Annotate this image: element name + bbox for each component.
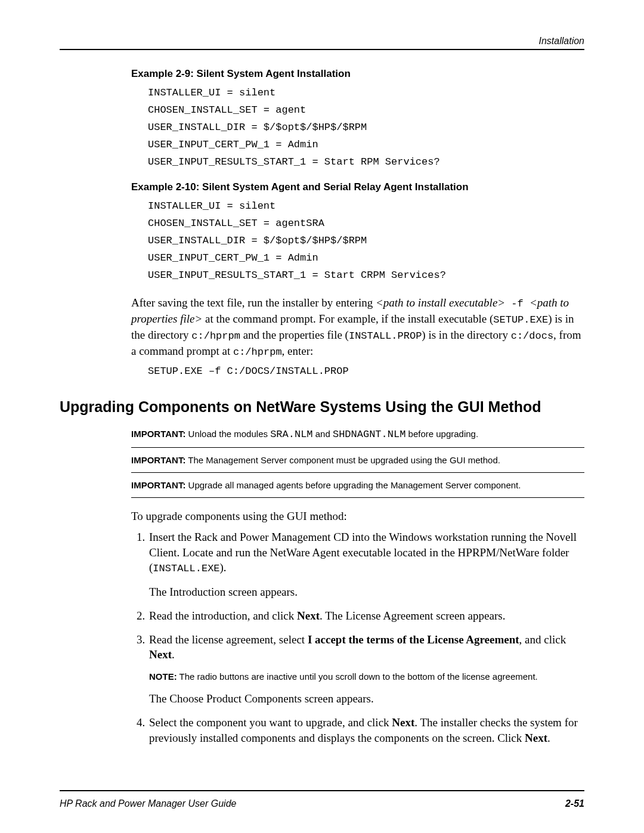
intro-line: To upgrade components using the GUI meth… bbox=[131, 509, 584, 524]
step-1-result: The Introduction screen appears. bbox=[149, 584, 584, 600]
setup-exe: SETUP.EXE bbox=[493, 314, 548, 326]
flag-f: -f bbox=[505, 298, 530, 309]
step-1: Insert the Rack and Power Management CD … bbox=[148, 529, 584, 600]
text: . bbox=[547, 732, 550, 744]
note-label: NOTE: bbox=[149, 671, 177, 682]
text: . bbox=[172, 648, 175, 661]
text: before upgrading. bbox=[405, 429, 478, 439]
dir-hprpm-2: c:/hprpm bbox=[233, 346, 282, 358]
accept-terms-bold: I accept the terms of the License Agreem… bbox=[308, 633, 519, 646]
document-page: Installation Example 2-9: Silent System … bbox=[0, 0, 644, 833]
example-2-9-title: Example 2-9: Silent System Agent Install… bbox=[131, 68, 584, 80]
dir-hprpm: c:/hprpm bbox=[191, 330, 240, 342]
important-block: IMPORTANT: Unload the modules SRA.NLM an… bbox=[131, 429, 584, 746]
content-block: Example 2-9: Silent System Agent Install… bbox=[131, 68, 584, 380]
step-3-result: The Choose Product Components screen app… bbox=[149, 691, 584, 707]
text: , enter: bbox=[282, 345, 314, 357]
steps-list: Insert the Rack and Power Management CD … bbox=[131, 529, 584, 745]
text: . The License Agreement screen appears. bbox=[320, 609, 505, 622]
example-2-10-code: INSTALLER_UI = silent CHOSEN_INSTALL_SET… bbox=[148, 198, 584, 284]
step-3: Read the license agreement, select I acc… bbox=[148, 632, 584, 707]
header-rule bbox=[60, 49, 584, 50]
sra-nlm: SRA.NLM bbox=[270, 429, 312, 440]
text: The Management Server component must be … bbox=[185, 455, 500, 465]
step-4: Select the component you want to upgrade… bbox=[148, 715, 584, 745]
section-heading-upgrade-netware: Upgrading Components on NetWare Systems … bbox=[60, 398, 584, 416]
shdnagnt-nlm: SHDNAGNT.NLM bbox=[333, 429, 405, 440]
text: at the command prompt. For example, if t… bbox=[202, 312, 493, 325]
path-exec-placeholder: <path to install executable> bbox=[376, 296, 505, 309]
important-divider-3 bbox=[131, 497, 584, 498]
next-bold: Next bbox=[297, 609, 320, 622]
dir-docs: c:/docs bbox=[511, 330, 553, 342]
install-prop: INSTALL.PROP bbox=[349, 330, 422, 342]
important-note-1: IMPORTANT: Unload the modules SRA.NLM an… bbox=[131, 429, 584, 440]
example-2-10-title: Example 2-10: Silent System Agent and Se… bbox=[131, 181, 584, 193]
header-section-label: Installation bbox=[60, 36, 584, 47]
text: Unload the modules bbox=[185, 429, 270, 439]
important-note-3: IMPORTANT: Upgrade all managed agents be… bbox=[131, 480, 584, 490]
text: Read the introduction, and click bbox=[149, 609, 297, 622]
next-bold: Next bbox=[392, 716, 414, 729]
page-number: 2-51 bbox=[565, 798, 584, 809]
important-label: IMPORTANT: bbox=[131, 480, 185, 490]
install-exe: INSTALL.EXE bbox=[153, 563, 219, 574]
after-save-command: SETUP.EXE –f C:/DOCS/INSTALL.PROP bbox=[148, 363, 584, 380]
next-bold-2: Next bbox=[525, 732, 547, 744]
important-note-2: IMPORTANT: The Management Server compone… bbox=[131, 455, 584, 465]
text: After saving the text file, run the inst… bbox=[131, 296, 376, 309]
step-3-note: NOTE: The radio buttons are inactive unt… bbox=[149, 671, 584, 683]
important-label: IMPORTANT: bbox=[131, 429, 185, 439]
text: The radio buttons are inactive until you… bbox=[177, 671, 538, 682]
text: Upgrade all managed agents before upgrad… bbox=[185, 480, 521, 490]
next-bold: Next bbox=[149, 648, 172, 661]
footer-rule bbox=[60, 790, 584, 791]
step-2: Read the introduction, and click Next. T… bbox=[148, 608, 584, 624]
important-divider-1 bbox=[131, 447, 584, 448]
footer-title: HP Rack and Power Manager User Guide bbox=[60, 798, 236, 809]
after-save-paragraph: After saving the text file, run the inst… bbox=[131, 295, 584, 360]
text: Read the license agreement, select bbox=[149, 633, 308, 646]
footer: HP Rack and Power Manager User Guide 2-5… bbox=[60, 798, 584, 809]
text: ) is in the directory bbox=[422, 329, 510, 341]
text: and bbox=[313, 429, 333, 439]
example-2-9-code: INSTALLER_UI = silent CHOSEN_INSTALL_SET… bbox=[148, 85, 584, 171]
text: ). bbox=[220, 561, 227, 574]
text: Select the component you want to upgrade… bbox=[149, 716, 392, 729]
important-divider-2 bbox=[131, 472, 584, 473]
text: and the properties file ( bbox=[240, 329, 349, 341]
important-label: IMPORTANT: bbox=[131, 455, 185, 465]
text: , and click bbox=[519, 633, 566, 646]
